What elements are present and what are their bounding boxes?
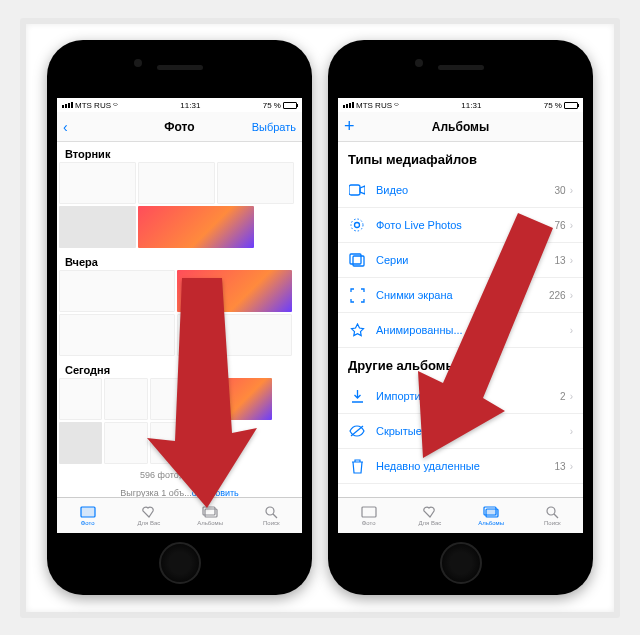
screenshot-icon [348, 286, 366, 304]
signal-icon [343, 102, 354, 108]
tab-foryou[interactable]: Для Вас [118, 498, 179, 533]
upload-status: Выгрузка 1 объ...остановить [57, 484, 302, 497]
row-video[interactable]: Видео30› [338, 173, 583, 208]
photo-grid[interactable]: Вторник Вчера Сегодня 596 фото, ... виде… [57, 142, 302, 497]
svg-point-4 [266, 507, 274, 515]
photos-icon [360, 505, 378, 519]
photo-thumb[interactable] [59, 162, 136, 204]
tab-albums[interactable]: Альбомы [461, 498, 522, 533]
section-other-albums: Другие альбомы [338, 348, 583, 379]
svg-rect-6 [349, 185, 360, 195]
photo-thumb[interactable] [150, 422, 193, 464]
tab-foryou[interactable]: Для Вас [399, 498, 460, 533]
section-media-types: Типы медиафайлов [338, 142, 583, 173]
albums-list[interactable]: Типы медиафайлов Видео30› Фото Live Phot… [338, 142, 583, 497]
tab-photos[interactable]: Фото [57, 498, 118, 533]
eye-off-icon [348, 422, 366, 440]
row-live-photos[interactable]: Фото Live Photos76› [338, 208, 583, 243]
carrier: MTS RUS [75, 101, 111, 110]
nav-bar: ‹ Фото Выбрать [57, 112, 302, 142]
row-hidden[interactable]: Скрытые› [338, 414, 583, 449]
wifi-icon: ⌔ [113, 101, 118, 110]
tab-search[interactable]: Поиск [241, 498, 302, 533]
status-bar: MTS RUS⌔ 11:31 75 % [338, 98, 583, 112]
section-header: Вчера [57, 250, 302, 270]
download-icon [348, 387, 366, 405]
chevron-right-icon: › [570, 461, 573, 472]
search-icon [543, 505, 561, 519]
photo-thumb[interactable] [59, 378, 102, 420]
chevron-right-icon: › [570, 391, 573, 402]
svg-rect-12 [362, 507, 376, 517]
chevron-right-icon: › [570, 426, 573, 437]
trash-icon [348, 457, 366, 475]
phone-left: MTS RUS⌔ 11:31 75 % ‹ Фото Выбрать Вторн… [47, 40, 312, 595]
row-bursts[interactable]: Серии13› [338, 243, 583, 278]
tab-search[interactable]: Поиск [522, 498, 583, 533]
photo-thumb[interactable] [138, 206, 254, 248]
battery-pct: 75 % [544, 101, 562, 110]
foryou-icon [421, 505, 439, 519]
photo-thumb[interactable] [104, 378, 147, 420]
photo-thumb[interactable] [59, 206, 136, 248]
tab-bar: Фото Для Вас Альбомы Поиск [338, 497, 583, 533]
chevron-right-icon: › [570, 185, 573, 196]
photo-thumb[interactable] [217, 162, 294, 204]
video-icon [348, 181, 366, 199]
home-button[interactable] [159, 542, 201, 584]
foryou-icon [140, 505, 158, 519]
stop-upload-link[interactable]: остановить [192, 488, 239, 497]
photo-thumb[interactable] [59, 314, 175, 356]
row-recently-deleted[interactable]: Недавно удаленные13› [338, 449, 583, 484]
battery-pct: 75 % [263, 101, 281, 110]
section-header: Сегодня [57, 358, 302, 378]
photo-thumb[interactable] [150, 378, 193, 420]
row-screenshots[interactable]: Снимки экрана226› [338, 278, 583, 313]
albums-icon [482, 505, 500, 519]
page-title: Альбомы [338, 120, 583, 134]
albums-icon [201, 505, 219, 519]
chevron-right-icon: › [570, 255, 573, 266]
tutorial-frame: MTS RUS⌔ 11:31 75 % ‹ Фото Выбрать Вторн… [20, 18, 620, 618]
photo-thumb[interactable] [177, 270, 293, 312]
signal-icon [62, 102, 73, 108]
photo-thumb[interactable] [104, 422, 147, 464]
tab-albums[interactable]: Альбомы [180, 498, 241, 533]
live-icon [348, 216, 366, 234]
photo-thumb[interactable] [59, 270, 175, 312]
photo-thumb[interactable] [195, 378, 272, 420]
select-button[interactable]: Выбрать [252, 121, 296, 133]
svg-point-16 [547, 507, 555, 515]
photo-thumb[interactable] [59, 422, 102, 464]
photos-icon [79, 505, 97, 519]
tab-photos[interactable]: Фото [338, 498, 399, 533]
battery-icon [283, 102, 297, 109]
phone-right: MTS RUS⌔ 11:31 75 % + Альбомы Типы медиа… [328, 40, 593, 595]
svg-point-7 [355, 223, 360, 228]
chevron-right-icon: › [570, 220, 573, 231]
screen-photos: MTS RUS⌔ 11:31 75 % ‹ Фото Выбрать Вторн… [57, 98, 302, 533]
add-album-button[interactable]: + [344, 116, 355, 137]
svg-line-17 [554, 514, 558, 518]
battery-icon [564, 102, 578, 109]
photo-thumb[interactable] [138, 162, 215, 204]
search-icon [262, 505, 280, 519]
svg-rect-1 [81, 507, 95, 517]
status-bar: MTS RUS⌔ 11:31 75 % [57, 98, 302, 112]
row-animated[interactable]: Анимированны...› [338, 313, 583, 348]
tab-bar: Фото Для Вас Альбомы Поиск [57, 497, 302, 533]
chevron-right-icon: › [570, 325, 573, 336]
library-summary: 596 фото, ... видео [57, 466, 302, 484]
screen-albums: MTS RUS⌔ 11:31 75 % + Альбомы Типы медиа… [338, 98, 583, 533]
nav-spacer [574, 121, 577, 133]
back-button[interactable]: ‹ [63, 119, 68, 135]
row-imported[interactable]: Импортированные2› [338, 379, 583, 414]
photo-thumb[interactable] [177, 314, 293, 356]
svg-line-5 [273, 514, 277, 518]
home-button[interactable] [440, 542, 482, 584]
carrier: MTS RUS [356, 101, 392, 110]
burst-icon [348, 251, 366, 269]
svg-point-8 [351, 219, 363, 231]
chevron-right-icon: › [570, 290, 573, 301]
clock: 11:31 [180, 101, 200, 110]
